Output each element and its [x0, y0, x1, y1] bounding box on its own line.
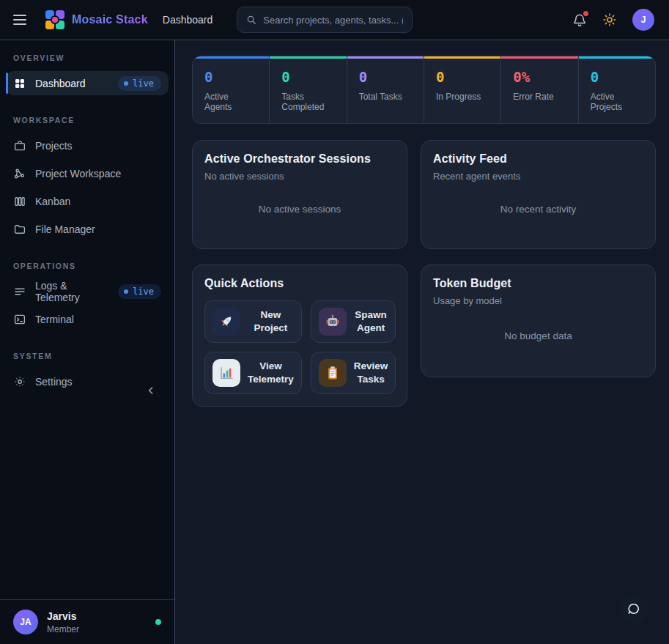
brand-name: Mosaic Stack	[72, 13, 148, 26]
hamburger-menu-icon[interactable]	[13, 15, 29, 25]
card-title: Token Budget	[433, 277, 643, 290]
card-title: Quick Actions	[204, 277, 395, 290]
sidebar-item-label: Logs & Telemetry	[35, 280, 109, 303]
new-project-button[interactable]: New Project	[204, 300, 302, 343]
sidebar-item-file-manager[interactable]: File Manager	[6, 217, 169, 241]
live-badge: live	[118, 76, 161, 91]
sidebar-item-logs-telemetry[interactable]: Logs & Telemetry live	[6, 279, 169, 303]
stat-accent	[579, 56, 655, 59]
brand[interactable]: Mosaic Stack	[45, 10, 148, 29]
sidebar-item-label: Dashboard	[35, 78, 86, 89]
live-dot-icon	[124, 289, 128, 294]
stat-accent	[424, 56, 500, 59]
quick-action-label: View Telemetry	[248, 360, 294, 386]
stat-label: Tasks Completed	[281, 92, 334, 112]
sidebar-item-settings[interactable]: Settings	[6, 369, 169, 393]
user-name: Jarvis	[47, 610, 79, 622]
sidebar-nav: OVERVIEW Dashboard live WORKSPACE	[0, 40, 174, 599]
stat-value: 0	[591, 69, 643, 85]
breadcrumb: Dashboard	[163, 14, 213, 26]
sidebar-item-dashboard[interactable]: Dashboard live	[6, 71, 169, 95]
sidebar-collapse-button[interactable]	[145, 385, 157, 396]
card-subtitle: Recent agent events	[433, 171, 643, 182]
briefcase-icon	[13, 139, 26, 152]
empty-state: No active sessions	[259, 196, 341, 222]
online-status-dot	[155, 619, 161, 625]
list-icon	[13, 285, 26, 298]
mosaic-logo-icon	[45, 10, 64, 29]
chevron-left-icon	[145, 385, 157, 396]
sidebar-item-project-workspace[interactable]: Project Workspace	[6, 161, 169, 185]
stat-value: 0	[436, 69, 489, 85]
stat-label: Error Rate	[513, 92, 566, 102]
folder-icon	[13, 223, 26, 236]
sidebar-item-terminal[interactable]: Terminal	[6, 307, 169, 331]
gear-icon	[13, 375, 26, 388]
stats-row: 0 Active Agents 0 Tasks Completed 0 Tota…	[192, 56, 656, 124]
empty-state: No recent activity	[500, 196, 577, 222]
top-bar: Mosaic Stack Dashboard J	[0, 0, 669, 40]
view-telemetry-button[interactable]: View Telemetry	[204, 352, 302, 394]
stat-value: 0%	[513, 69, 566, 85]
activity-feed-card: Activity Feed Recent agent events No rec…	[421, 140, 656, 249]
sidebar-item-label: Projects	[35, 140, 73, 152]
kanban-icon	[13, 195, 26, 208]
sidebar-item-label: Settings	[35, 376, 73, 388]
stat-tasks-completed: 0 Tasks Completed	[269, 56, 346, 123]
search-icon	[246, 15, 256, 25]
search-input[interactable]	[263, 15, 403, 26]
sidebar-item-label: File Manager	[35, 223, 95, 235]
section-label: OPERATIONS	[13, 262, 169, 270]
stat-value: 0	[204, 69, 257, 85]
stat-total-tasks: 0 Total Tasks	[347, 56, 424, 123]
stat-label: Total Tasks	[359, 92, 412, 102]
stat-accent	[193, 56, 269, 59]
stat-label: Active Agents	[204, 92, 257, 112]
quick-action-label: New Project	[248, 308, 294, 335]
robot-icon	[319, 308, 347, 336]
section-label: WORKSPACE	[13, 116, 169, 125]
user-card[interactable]: JA Jarvis Member	[0, 599, 174, 644]
spawn-agent-button[interactable]: Spawn Agent	[311, 300, 396, 343]
grid-icon	[13, 77, 26, 90]
sidebar-item-kanban[interactable]: Kanban	[6, 189, 169, 213]
stat-in-progress: 0 In Progress	[424, 56, 500, 123]
card-title: Active Orchestrator Sessions	[204, 152, 395, 166]
notifications-button[interactable]	[572, 12, 587, 27]
user-avatar: JA	[13, 610, 38, 634]
network-icon	[13, 167, 26, 180]
stat-active-agents: 0 Active Agents	[193, 56, 269, 123]
stat-label: Active Projects	[591, 92, 643, 112]
user-avatar-button[interactable]: J	[632, 9, 654, 31]
notification-dot	[583, 11, 588, 16]
live-badge-label: live	[133, 286, 154, 297]
theme-toggle-button[interactable]	[602, 12, 617, 27]
review-tasks-button[interactable]: Review Tasks	[311, 352, 396, 394]
sidebar-item-label: Project Workspace	[35, 168, 121, 179]
sidebar-item-projects[interactable]: Projects	[6, 133, 169, 158]
section-label: OVERVIEW	[13, 53, 169, 62]
stat-accent	[501, 56, 577, 59]
sidebar-section-overview: OVERVIEW Dashboard live	[6, 53, 169, 95]
quick-action-label: Review Tasks	[354, 360, 388, 386]
active-sessions-card: Active Orchestrator Sessions No active s…	[192, 140, 407, 249]
quick-action-label: Spawn Agent	[354, 308, 388, 335]
quick-actions-card: Quick Actions New Project Sp	[192, 264, 407, 407]
search-box[interactable]	[237, 7, 413, 33]
terminal-icon	[13, 313, 26, 326]
live-dot-icon	[124, 81, 128, 86]
card-subtitle: No active sessions	[204, 171, 395, 182]
sidebar-item-label: Kanban	[35, 196, 70, 207]
sidebar-item-label: Terminal	[35, 314, 74, 325]
sidebar-section-workspace: WORKSPACE Projects Project Workspace	[6, 116, 169, 241]
sidebar-section-system: SYSTEM Settings	[6, 352, 169, 393]
chat-fab-button[interactable]	[619, 594, 648, 623]
card-subtitle: Usage by model	[433, 295, 643, 306]
sun-icon	[602, 12, 617, 27]
rocket-icon	[212, 308, 240, 336]
empty-state: No budget data	[504, 323, 572, 349]
sidebar: OVERVIEW Dashboard live WORKSPACE	[0, 40, 175, 644]
live-badge: live	[118, 284, 161, 299]
live-badge-label: live	[133, 78, 154, 89]
user-role: Member	[47, 624, 79, 634]
